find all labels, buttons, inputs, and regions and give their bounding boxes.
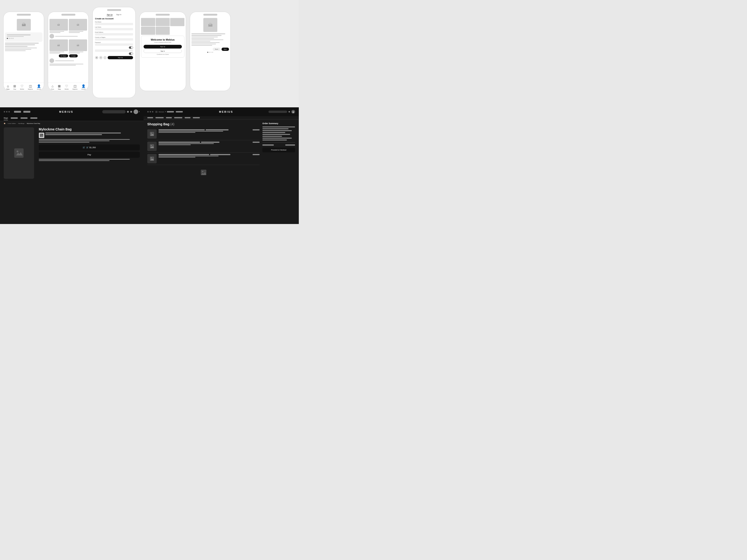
nav-magazine[interactable]: ◫ Magazine	[72, 84, 77, 90]
shop-grid: 🏔 🏔	[50, 19, 87, 33]
search-bar[interactable]	[102, 110, 126, 113]
breadcrumb-lv[interactable]: Louis Vuitton	[8, 123, 16, 124]
nav-home[interactable]: ⌂ Home	[6, 84, 9, 90]
google-icon[interactable]: G	[95, 56, 98, 59]
nav-home[interactable]: ⌂ Home	[51, 84, 54, 90]
nav-wishlist[interactable]: ♡ Wishlist	[20, 84, 24, 90]
password-confirm-input[interactable]	[95, 50, 133, 52]
item-brand-bar	[210, 154, 230, 155]
breadcrumb-sep: ›	[17, 123, 17, 124]
apple-pay-button[interactable]: Pay	[39, 152, 140, 158]
mosaic-cell	[141, 27, 155, 35]
welcome-mosaic	[141, 18, 184, 35]
breadcrumb-home[interactable]: 🏠	[4, 123, 5, 124]
browser-header: MEBIUS ▾	[0, 107, 144, 116]
order-rows	[262, 127, 295, 140]
line	[5, 50, 26, 51]
signup-tab-signin[interactable]: Sign In	[116, 14, 121, 16]
order-button[interactable]: ≡ Order	[69, 54, 78, 57]
order-row-bar	[262, 139, 287, 140]
info-bar	[39, 159, 130, 160]
signup-button[interactable]: Sign Up	[108, 56, 133, 59]
password-toggle[interactable]	[129, 47, 133, 49]
close-dot[interactable]	[4, 111, 5, 112]
back-button[interactable]: Back	[213, 48, 221, 51]
nav-bar	[193, 117, 200, 118]
add-to-cart-button[interactable]: 🛒 🛒 $1,350	[39, 144, 140, 151]
nav-magazine-label: Magazine	[72, 88, 77, 90]
line	[191, 38, 214, 39]
breadcrumb: 🏠 › Louis Vuitton › Handbags › Mylockme …	[0, 121, 144, 126]
search-bar[interactable]	[268, 111, 287, 113]
order-row-bar	[262, 138, 292, 139]
password-confirm-toggle[interactable]	[129, 53, 133, 55]
filters-button[interactable]: ⊟ Filters	[59, 54, 68, 57]
mosaic-cell	[156, 18, 170, 26]
phone2-nav: ⌂ Home ⊞ Shop ♡ Wishlist ◫ Magazine 👤 Ac…	[48, 83, 88, 91]
notification-icon[interactable]	[130, 111, 132, 113]
user-avatar	[50, 34, 54, 38]
product-desc-bar	[39, 142, 89, 142]
line	[5, 46, 28, 47]
last-name-field: Last Name	[95, 26, 133, 30]
breadcrumb-handbags[interactable]: Handbags	[18, 123, 24, 124]
close-dot[interactable]	[147, 111, 149, 112]
minimize-dot[interactable]	[150, 111, 151, 112]
bag-nav-controls: ‹ Women ▾	[155, 111, 166, 113]
product-detail-page: MEBIUS ▾ Bags 🏠 › Louis Vuitton	[0, 107, 144, 224]
magazine-icon: ◫	[74, 84, 77, 88]
nav-account-label: Account	[37, 88, 41, 90]
maximize-dot[interactable]	[8, 111, 10, 112]
grid-image: 🏔	[69, 19, 87, 31]
product-thumbnails	[39, 133, 140, 138]
cart-icon[interactable]	[127, 111, 129, 113]
dropdown-arrow[interactable]: ▾	[165, 111, 166, 113]
item-info-2	[158, 142, 251, 151]
password-input[interactable]	[95, 44, 133, 46]
mosaic-cell	[141, 18, 155, 26]
password-label: Password	[95, 42, 133, 43]
nav-wishlist[interactable]: ♡ Wishlist	[65, 84, 69, 90]
nav-magazine[interactable]: ◫ Magazine	[28, 84, 33, 90]
grid-text	[69, 32, 80, 33]
nav-account[interactable]: 👤 Account	[37, 84, 41, 90]
product-desc-bar	[39, 139, 130, 140]
price-bar	[253, 154, 260, 155]
last-name-input[interactable]	[95, 28, 133, 30]
signup-tab-signup[interactable]: Sign Up	[107, 14, 112, 16]
welcome-signup-button[interactable]: Sign Up	[144, 45, 182, 49]
minimize-dot[interactable]	[6, 111, 7, 112]
bag-items-list: Shopping Bag (4)	[147, 122, 260, 175]
nav-shop-label: Shop	[58, 88, 61, 90]
country-field: Country or Region	[95, 37, 133, 41]
first-name-input[interactable]	[95, 23, 133, 25]
email-input[interactable]	[95, 33, 133, 35]
facebook-icon[interactable]: f	[99, 56, 102, 59]
lock-svg	[292, 111, 294, 113]
shop-icon: ⊞	[58, 84, 61, 88]
checkout-button[interactable]: Proceed to Checkout	[262, 148, 295, 152]
icon[interactable]	[288, 111, 290, 112]
order-row-bar	[262, 128, 288, 129]
nav-bar	[176, 111, 183, 112]
nav-shop[interactable]: ⊞ Shop	[58, 84, 61, 90]
nav-account[interactable]: 👤 Account	[81, 84, 86, 90]
maximize-dot[interactable]	[152, 111, 153, 112]
order-summary: Order Summary Proceed to Che	[262, 122, 295, 175]
welcome-signin-button[interactable]: Sign In	[144, 49, 182, 53]
lock-icon[interactable]	[291, 110, 295, 114]
dot-inactive	[12, 38, 14, 39]
line	[191, 42, 220, 43]
welcome-guest-link[interactable]: Continiue as a Guest	[144, 54, 182, 55]
line	[5, 48, 37, 48]
user-avatar-area[interactable]: ▾	[133, 109, 140, 114]
thumb-1[interactable]	[39, 133, 44, 138]
bags-tab[interactable]: Bags	[4, 117, 8, 120]
next-button[interactable]: Next	[222, 48, 229, 51]
tab-bar	[30, 117, 37, 119]
back-arrow[interactable]: ‹	[155, 111, 158, 113]
nav-shop[interactable]: ⊞ Shop	[13, 84, 16, 90]
grid-cell: 🏔	[50, 19, 68, 33]
country-input[interactable]	[95, 38, 133, 41]
apple-icon[interactable]	[103, 56, 107, 59]
